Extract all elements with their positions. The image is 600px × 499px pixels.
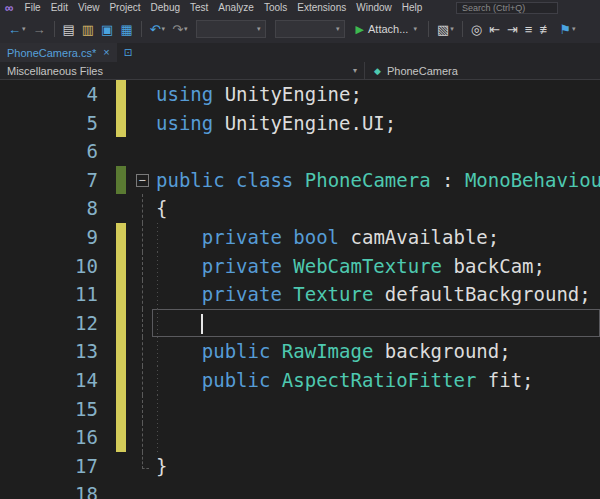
code-line-15[interactable]: 15 (0, 395, 600, 424)
change-tracking-bar (116, 309, 126, 338)
comment-icon[interactable]: ≡ (522, 18, 536, 40)
change-tracking-bar (116, 194, 126, 223)
undo-icon[interactable]: ↶▾ (147, 18, 168, 40)
open-file-icon: ▥ (82, 22, 94, 37)
code-text (152, 480, 600, 499)
menu-edit[interactable]: Edit (46, 0, 73, 15)
change-tracking-bar (116, 337, 126, 366)
redo-icon[interactable]: ↷▾ (169, 18, 190, 40)
code-line-14[interactable]: 14 public AspectRatioFitter fit; (0, 366, 600, 395)
uncomment-icon[interactable]: ≢ (536, 18, 555, 40)
code-line-9[interactable]: 9 private bool camAvailable; (0, 223, 600, 252)
code-line-12[interactable]: 12 (0, 309, 600, 338)
solution-platforms-combo[interactable]: ▾ (275, 20, 345, 38)
menu-file[interactable]: File (20, 0, 46, 15)
line-number: 13 (0, 337, 108, 366)
nav-backward-icon: ← (8, 22, 21, 37)
outlining-margin (132, 309, 152, 338)
project-dropdown-label: Miscellaneous Files (7, 65, 103, 77)
menu-window[interactable]: Window (351, 0, 397, 15)
menu-view[interactable]: View (73, 0, 105, 15)
nav-forward-icon[interactable]: → (30, 18, 49, 40)
line-number: 15 (0, 395, 108, 424)
code-text: public class PhoneCamera : MonoBehaviour (152, 166, 600, 195)
save-all-icon: ▦ (120, 22, 132, 37)
comment-icon: ≡ (525, 22, 533, 37)
type-dropdown-label: PhoneCamera (387, 65, 458, 77)
change-tracking-bar (116, 137, 126, 166)
document-icon[interactable]: ⊡ (124, 47, 132, 58)
menu-analyze[interactable]: Analyze (213, 0, 259, 15)
line-number: 18 (0, 480, 108, 499)
project-dropdown[interactable]: Miscellaneous Files ▾ (0, 62, 365, 79)
outlining-margin (132, 395, 152, 424)
close-tab-icon[interactable]: × (103, 47, 109, 58)
save-icon: ▣ (101, 22, 113, 37)
open-file-icon[interactable]: ▥ (79, 18, 97, 40)
undo-icon: ↶ (150, 22, 161, 37)
menu-bar: FileEditViewProjectDebugTestAnalyzeTools… (20, 0, 428, 15)
menu-debug[interactable]: Debug (146, 0, 185, 15)
menu-extensions[interactable]: Extensions (292, 0, 351, 15)
code-line-4[interactable]: 4using UnityEngine; (0, 80, 600, 109)
title-bar: ∞ FileEditViewProjectDebugTestAnalyzeToo… (0, 0, 600, 15)
uncomment-icon: ≢ (539, 22, 552, 37)
redo-icon: ↷ (172, 22, 183, 37)
profiler-icon[interactable]: ▧▾ (434, 18, 457, 40)
new-file-icon[interactable]: ▤ (60, 18, 78, 40)
code-line-17[interactable]: 17} (0, 452, 600, 481)
menu-tools[interactable]: Tools (259, 0, 292, 15)
code-line-13[interactable]: 13 public RawImage background; (0, 337, 600, 366)
change-tracking-bar (116, 166, 126, 195)
menu-test[interactable]: Test (185, 0, 213, 15)
code-editor[interactable]: 4using UnityEngine;5using UnityEngine.UI… (0, 80, 600, 499)
code-line-10[interactable]: 10 private WebCamTexture backCam; (0, 252, 600, 281)
code-text: private Texture defaultBackground; (152, 280, 600, 309)
code-text: { (152, 194, 600, 223)
outlining-margin (132, 80, 152, 109)
code-text (152, 395, 600, 424)
code-line-8[interactable]: 8{ (0, 194, 600, 223)
indent-decrease-icon: ⇤ (489, 22, 500, 37)
line-number: 9 (0, 223, 108, 252)
code-line-7[interactable]: 7−public class PhoneCamera : MonoBehavio… (0, 166, 600, 195)
tab-label: PhoneCamera.cs* (7, 47, 96, 59)
outlining-margin (132, 223, 152, 252)
line-number: 14 (0, 366, 108, 395)
collapse-region-icon[interactable]: − (136, 174, 149, 187)
menu-help[interactable]: Help (397, 0, 428, 15)
code-line-6[interactable]: 6 (0, 137, 600, 166)
code-line-18[interactable]: 18 (0, 480, 600, 499)
line-number: 5 (0, 109, 108, 138)
line-number: 10 (0, 252, 108, 281)
indent-decrease-icon[interactable]: ⇤ (486, 18, 503, 40)
nav-backward-icon[interactable]: ←▾ (5, 18, 29, 40)
code-text: using UnityEngine; (152, 80, 600, 109)
new-file-icon: ▤ (63, 22, 75, 37)
line-number: 4 (0, 80, 108, 109)
bookmark-icon[interactable]: ⚑▾ (556, 18, 578, 40)
change-tracking-bar (116, 109, 126, 138)
code-line-16[interactable]: 16 (0, 423, 600, 452)
indent-increase-icon[interactable]: ⇥ (504, 18, 521, 40)
save-icon[interactable]: ▣ (98, 18, 116, 40)
attach-button[interactable]: ▶Attach...▾ (350, 18, 423, 40)
change-tracking-bar (116, 80, 126, 109)
chevron-down-icon: ▾ (413, 25, 417, 33)
indent-increase-icon: ⇥ (507, 22, 518, 37)
toolbar: ←▾→▤▥▣▦↶▾↷▾▾▾▶Attach...▾▧▾◎⇤⇥≡≢⚑▾ (0, 15, 600, 43)
type-dropdown[interactable]: ◆ PhoneCamera (365, 62, 600, 79)
code-line-5[interactable]: 5using UnityEngine.UI; (0, 109, 600, 138)
find-in-files-icon[interactable]: ◎ (468, 18, 485, 40)
chevron-down-icon: ▾ (257, 25, 261, 33)
outlining-margin[interactable]: − (132, 166, 152, 195)
search-input[interactable] (456, 2, 558, 14)
save-all-icon[interactable]: ▦ (117, 18, 135, 40)
change-tracking-bar (116, 395, 126, 424)
solution-configurations-combo[interactable]: ▾ (196, 20, 266, 38)
code-line-11[interactable]: 11 private Texture defaultBackground; (0, 280, 600, 309)
menu-project[interactable]: Project (104, 0, 145, 15)
tab-phonecamera[interactable]: PhoneCamera.cs* × (0, 43, 117, 62)
search-box (456, 2, 558, 14)
code-text (152, 137, 600, 166)
